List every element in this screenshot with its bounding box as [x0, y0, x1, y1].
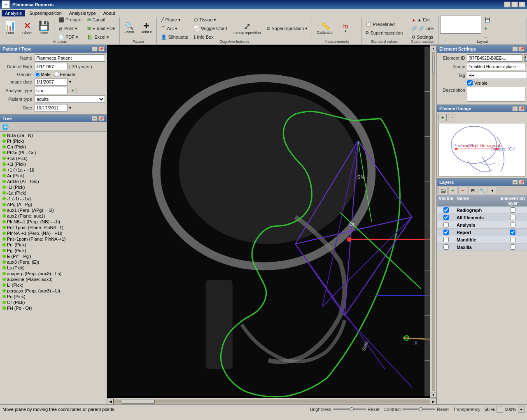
- tree-item[interactable]: Pg' (Pick): [1, 248, 106, 253]
- tree-item[interactable]: E (Pn' - Pg'): [1, 253, 106, 259]
- patient-analysis-type-input[interactable]: [35, 87, 68, 94]
- tree-item[interactable]: +1a (Pick): [1, 155, 106, 161]
- layer-visible-checkbox[interactable]: [443, 207, 449, 213]
- vertical-scrollbar[interactable]: ▲ ▼: [430, 45, 436, 398]
- h-scroll-thumb[interactable]: [122, 399, 155, 404]
- tree-item[interactable]: perpaux (Perp. (aux3) - Li): [1, 288, 106, 294]
- group-reposition-button[interactable]: ⤢ Group reposition: [231, 19, 264, 37]
- scroll-up-arrow[interactable]: ▲: [431, 45, 436, 51]
- ei-remove-button[interactable]: −: [448, 114, 456, 121]
- tree-item[interactable]: -1a (Pick): [1, 190, 106, 196]
- element-save-button[interactable]: 💾: [524, 54, 527, 62]
- tree-item[interactable]: Pnt-1pom (Plane: PlnNB--1): [1, 225, 106, 230]
- zoom-button[interactable]: 🔍 Zoom: [121, 19, 137, 37]
- scroll-left-arrow[interactable]: ◀: [107, 398, 114, 405]
- tree-item[interactable]: Or (Pick): [1, 299, 106, 305]
- tree-item[interactable]: Po (Pick): [1, 294, 106, 299]
- patient-panel-minimize[interactable]: ─: [92, 46, 98, 51]
- plane-button[interactable]: ╱ Plane ▾: [159, 16, 191, 24]
- tree-item[interactable]: PlnNB--1 (Perp. (NB) - -1i): [1, 219, 106, 225]
- h-scroll-track[interactable]: [114, 399, 430, 404]
- close-button[interactable]: ✕ Close: [19, 19, 35, 37]
- gender-male-radio[interactable]: [35, 72, 40, 77]
- layer-visible-checkbox[interactable]: [443, 244, 449, 250]
- tree-icon-btn[interactable]: 🌐: [1, 123, 9, 130]
- ei-minimize[interactable]: ─: [512, 106, 518, 111]
- layer-row[interactable]: Radiograph: [437, 207, 527, 214]
- superimposition-button[interactable]: ⧉ Superimposition ▾: [264, 24, 310, 32]
- layer-on-layer-checkbox[interactable]: [510, 207, 515, 213]
- tree-item[interactable]: NBa (Ba - N): [1, 132, 106, 138]
- layer-visible-checkbox[interactable]: [443, 222, 449, 227]
- element-id-input[interactable]: [467, 54, 522, 62]
- save-button[interactable]: 💾 Save: [35, 19, 52, 37]
- layout-select[interactable]: [440, 16, 481, 34]
- patient-type-select[interactable]: adults: [35, 95, 105, 103]
- predefined-button[interactable]: 📋 Predefined: [363, 20, 405, 28]
- es-minimize[interactable]: ─: [512, 46, 518, 51]
- scroll-track[interactable]: [432, 52, 435, 391]
- gender-female-label[interactable]: Female: [54, 72, 75, 77]
- ei-add-button[interactable]: +: [438, 114, 447, 121]
- layer-row[interactable]: All Elements: [437, 214, 527, 221]
- xray-container[interactable]: NL SN: [107, 45, 430, 398]
- layer-on-layer-checkbox[interactable]: [510, 215, 515, 220]
- layer-row[interactable]: Analysis: [437, 221, 527, 229]
- minimize-button[interactable]: ─: [504, 2, 511, 7]
- brightness-reset[interactable]: Reset: [368, 407, 380, 412]
- scroll-down-arrow[interactable]: ▼: [431, 392, 436, 398]
- contrast-slider[interactable]: [402, 408, 435, 410]
- scroll-right-arrow[interactable]: ▶: [430, 398, 436, 405]
- layers-add-btn[interactable]: +: [448, 187, 457, 194]
- layers-minimize[interactable]: ─: [512, 180, 518, 185]
- patient-image-date-input[interactable]: [35, 78, 68, 86]
- layer-row[interactable]: Report: [437, 229, 527, 236]
- layer-on-layer-checkbox[interactable]: [510, 230, 515, 235]
- tree-item[interactable]: Pn' (Pick): [1, 242, 106, 248]
- layers-settings-btn[interactable]: 🔧: [478, 187, 487, 194]
- tree-item[interactable]: Ls (Pick): [1, 265, 106, 271]
- zoom-plus-button[interactable]: +: [518, 406, 525, 413]
- ei-pin[interactable]: 📌: [519, 106, 525, 111]
- layout-save-button[interactable]: 💾: [482, 16, 493, 24]
- tissue-button[interactable]: ⬡ Tissue ▾: [191, 16, 230, 24]
- layer-visible-checkbox[interactable]: [443, 230, 449, 235]
- tree-item[interactable]: +1 (+1a - +1i): [1, 167, 106, 173]
- tree-item[interactable]: -1i (Pick): [1, 184, 106, 190]
- date-dropdown[interactable]: ▼: [68, 106, 72, 110]
- email-pdf-button[interactable]: ✉ E-mail PDF: [85, 24, 118, 32]
- tree-item[interactable]: Pnt+1pom (Plane: PlnNA-+1): [1, 236, 106, 242]
- fo-button[interactable]: fo ▾: [338, 19, 353, 37]
- tree-item[interactable]: auxEline (Plane: aux3): [1, 276, 106, 282]
- link-button[interactable]: 🔗 🔗 Link: [409, 24, 436, 32]
- patient-dob-input[interactable]: [35, 63, 68, 70]
- close-button[interactable]: ✕: [519, 2, 525, 7]
- zoom-minus-button[interactable]: -: [497, 406, 503, 413]
- layer-on-layer-checkbox[interactable]: [510, 222, 515, 227]
- edit-button[interactable]: ▲ ▲ Edit: [409, 16, 436, 24]
- layer-visible-checkbox[interactable]: [443, 237, 449, 242]
- arc-button[interactable]: ⌒ Arc ▾: [159, 24, 191, 32]
- layers-icon-btn[interactable]: 🗂: [438, 187, 448, 194]
- image-date-dropdown[interactable]: ▼: [68, 80, 72, 84]
- patient-date-input[interactable]: [35, 104, 68, 111]
- contrast-thumb[interactable]: [419, 407, 423, 411]
- prepare-button[interactable]: ⬛ Prepare: [56, 16, 84, 24]
- gender-female-radio[interactable]: [54, 72, 59, 77]
- tree-item[interactable]: Li (Pick): [1, 282, 106, 288]
- tree-item[interactable]: PtGn (Pt - Gn): [1, 150, 106, 155]
- tree-item[interactable]: Pt (Pick): [1, 138, 106, 144]
- tree-panel-pin[interactable]: 📌: [98, 116, 104, 121]
- calibration-button[interactable]: 📏 Calibration: [314, 19, 337, 37]
- tree-panel-minimize[interactable]: ─: [92, 116, 98, 121]
- patient-name-input[interactable]: [35, 54, 105, 62]
- gender-male-label[interactable]: Male: [35, 72, 51, 77]
- layer-row[interactable]: Maxilla: [437, 244, 527, 251]
- scroll-thumb[interactable]: [432, 56, 435, 73]
- menu-analysis[interactable]: Analysis: [2, 10, 25, 16]
- brightness-slider[interactable]: [333, 408, 366, 410]
- layers-grid-btn[interactable]: ⊞: [468, 187, 477, 194]
- tree-item[interactable]: FH (Po - Or): [1, 305, 106, 311]
- layer-visible-checkbox[interactable]: [443, 215, 449, 220]
- layers-remove-btn[interactable]: −: [458, 187, 467, 194]
